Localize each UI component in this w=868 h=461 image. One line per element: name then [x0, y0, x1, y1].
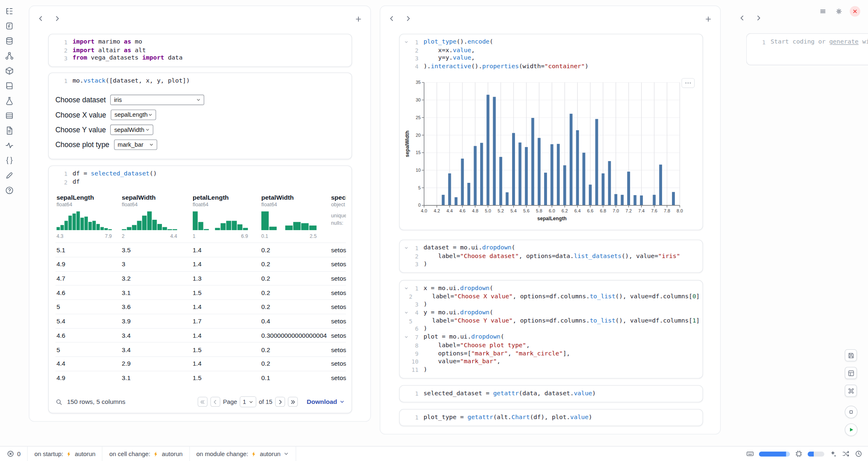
fold-toggle-icon[interactable] [403, 38, 409, 46]
stop-icon [847, 408, 855, 416]
cell-plot-type[interactable]: 1plot_type = getattr(alt.Chart(df), plot… [399, 409, 703, 426]
ai-sparkles-icon[interactable] [829, 450, 837, 458]
generate-with-ai-link[interactable]: generate [829, 38, 859, 46]
svg-text:5.8: 5.8 [536, 208, 542, 213]
code-line: 1df = selected_dataset() [52, 170, 349, 178]
choose-plot-type-select[interactable]: mark_bar [114, 139, 157, 150]
fold-toggle-icon[interactable] [403, 333, 409, 341]
table-body: 5.13.51.40.2setosa4.931.40.2setosa4.73.2… [55, 242, 346, 385]
snippets-button[interactable] [5, 126, 14, 135]
table-cell: 1.4 [192, 332, 260, 339]
help-button[interactable] [5, 186, 14, 195]
cell-vstack[interactable]: 1mo.vstack([dataset, x, y, plot]) Choose… [48, 72, 352, 159]
tracing-button[interactable] [5, 141, 14, 150]
cell-imports[interactable]: 1import marimo as mo2import altair as al… [48, 34, 352, 67]
table-cell: 1.4 [192, 304, 260, 310]
code-editor[interactable]: 1df = selected_dataset()2df [49, 166, 352, 190]
fold-toggle-icon[interactable] [403, 284, 409, 293]
dependencies-button[interactable] [5, 51, 14, 60]
column-dtype: object [331, 202, 346, 208]
setting-label: on cell change: [109, 450, 150, 457]
data-sources-button[interactable] [5, 37, 14, 46]
cell-selected-dataset[interactable]: 1selected_dataset = getattr(data, datase… [399, 385, 703, 402]
page-number-select[interactable]: 1 [240, 396, 256, 407]
column-scroll-left-button[interactable] [736, 12, 747, 23]
table-row: 5.43.91.70.4setosa [55, 313, 346, 328]
on-cell-change-setting[interactable]: on cell change: autorun [103, 447, 190, 461]
column-scroll-right-button[interactable] [753, 12, 764, 23]
run-all-button[interactable] [845, 423, 857, 436]
code-line: 9 options=["mark_bar", "mark_circle"], [403, 350, 699, 358]
file-explorer-button[interactable] [5, 7, 14, 16]
next-page-button[interactable] [275, 397, 285, 407]
variables-button[interactable] [5, 156, 14, 165]
errors-indicator[interactable]: 0 [0, 447, 28, 461]
interrupt-button[interactable] [845, 406, 857, 418]
code-editor[interactable]: 1dataset = mo.ui.dropdown(2 label="Choos… [399, 240, 702, 272]
setting-value: autorun [162, 450, 182, 457]
tracing-icon [5, 141, 14, 150]
shutdown-button[interactable] [850, 6, 861, 17]
packages-button[interactable] [5, 67, 14, 76]
cell-chart[interactable]: 1plot_type().encode(2 x=x.value,3 y=y.va… [399, 34, 703, 230]
column-header-sepalLength[interactable]: sepalLengthfloat644.37.9 [55, 194, 121, 243]
download-button[interactable]: Download [307, 399, 345, 405]
code-editor[interactable]: 1plot_type().encode(2 x=x.value,3 y=y.va… [399, 35, 702, 75]
column-header-species[interactable]: speciesobjectunique:nulls: [330, 194, 346, 243]
notebook-menu-button[interactable] [817, 6, 828, 17]
history-icon[interactable] [855, 450, 863, 458]
column-header-petalWidth[interactable]: petalWidthfloat640.12.5 [260, 194, 330, 243]
cell-dataframe[interactable]: 1df = selected_dataset()2df sepalLengthf… [48, 166, 352, 413]
column-scroll-right-button[interactable] [51, 13, 62, 24]
choose-dataset-select[interactable]: iris [110, 95, 204, 105]
previous-page-button[interactable] [210, 397, 220, 407]
fold-toggle-icon[interactable] [403, 309, 409, 317]
cell-xy-plot-dropdowns[interactable]: 1x = mo.ui.dropdown(2 label="Choose X va… [399, 280, 703, 378]
first-page-button[interactable] [198, 397, 208, 407]
last-page-button[interactable] [288, 397, 298, 407]
search-icon[interactable] [55, 398, 63, 406]
setting-label: on module change: [196, 450, 248, 457]
notebook-files-button[interactable] [5, 22, 14, 31]
add-cell-button[interactable] [353, 13, 364, 24]
on-module-change-setting[interactable]: on module change: autorun [190, 447, 296, 461]
table-cell: setosa [330, 289, 346, 296]
add-cell-button[interactable] [702, 13, 713, 24]
column-scroll-left-button[interactable] [35, 13, 46, 24]
table-cell: 3.5 [121, 247, 192, 253]
gear-icon [836, 8, 843, 15]
code-line: 2 label="Choose dataset", options=data.l… [403, 252, 699, 260]
altair-bar-chart[interactable]: 4.04.24.44.64.85.05.25.45.65.86.06.26.46… [404, 76, 698, 224]
new-cell-editor[interactable]: 1 Start coding or generate with AI [746, 33, 868, 65]
on-startup-setting[interactable]: on startup: autorun [28, 447, 103, 461]
keyboard-icon[interactable] [746, 450, 754, 458]
annotations-button[interactable] [5, 171, 14, 180]
svg-text:5: 5 [418, 185, 421, 190]
code-editor[interactable]: 1selected_dataset = getattr(data, datase… [399, 386, 702, 402]
logs-button[interactable] [5, 111, 14, 120]
layout-select-button[interactable] [845, 367, 857, 379]
table-cell: 1.5 [192, 289, 260, 296]
column-header-petalLength[interactable]: petalLengthfloat6416.9 [192, 194, 260, 243]
column-scroll-left-button[interactable] [386, 13, 397, 24]
chart-menu-button[interactable] [681, 78, 695, 88]
code-editor[interactable]: 1mo.vstack([dataset, x, y, plot]) [49, 73, 352, 89]
choose-x-value-select[interactable]: sepalLength [111, 109, 156, 120]
choose-y-value-select[interactable]: sepalWidth [110, 124, 153, 135]
code-editor[interactable]: 1x = mo.ui.dropdown(2 label="Choose X va… [399, 281, 702, 378]
documentation-button[interactable] [5, 81, 14, 90]
column-histogram [261, 210, 329, 233]
code-line: 6) [403, 325, 699, 333]
scratchpad-button[interactable] [5, 96, 14, 105]
save-notebook-button[interactable] [845, 349, 857, 362]
code-editor[interactable]: 1plot_type = getattr(alt.Chart(df), plot… [399, 410, 702, 426]
column-header-sepalWidth[interactable]: sepalWidthfloat6424.4 [121, 194, 192, 243]
connections-icon[interactable] [842, 450, 850, 458]
settings-button[interactable] [833, 6, 844, 17]
table-cell: 1.5 [192, 375, 260, 381]
keyboard-shortcuts-button[interactable] [845, 385, 857, 397]
cell-dataset-dropdown[interactable]: 1dataset = mo.ui.dropdown(2 label="Choos… [399, 240, 703, 273]
fold-toggle-icon[interactable] [403, 244, 409, 252]
column-scroll-right-button[interactable] [402, 13, 413, 24]
code-editor[interactable]: 1import marimo as mo2import altair as al… [49, 35, 352, 67]
